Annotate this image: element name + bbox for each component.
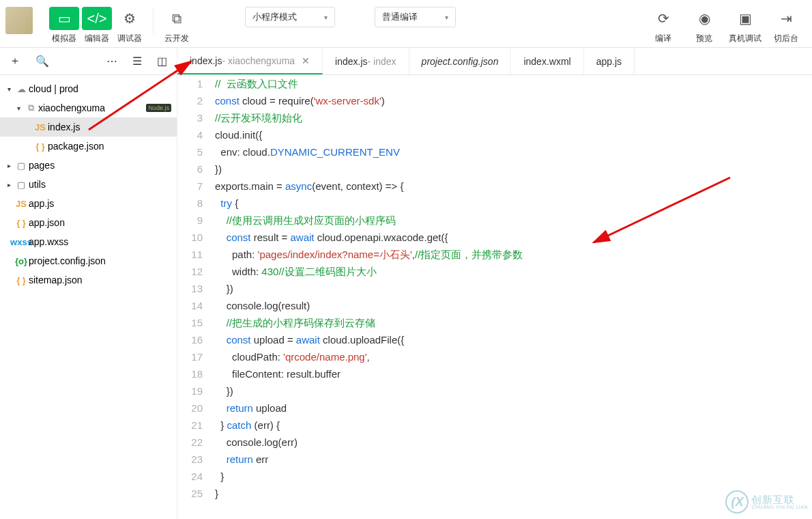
tree-label: sitemap.json xyxy=(29,275,177,285)
line-number: 10 xyxy=(177,229,203,246)
line-number: 13 xyxy=(177,280,203,297)
chevron-right-icon: ▸ xyxy=(4,162,14,169)
code-line[interactable]: } xyxy=(215,468,812,485)
sidebar-toolbar: ＋ 🔍 ⋯ ☰ ◫ xyxy=(0,48,177,74)
code-line[interactable]: //把生成的小程序码保存到云存储 xyxy=(215,314,812,331)
preview-button[interactable]: ◉ xyxy=(689,7,719,30)
line-number: 9 xyxy=(177,212,203,229)
editor-tab[interactable]: project.config.json xyxy=(409,48,512,74)
split-icon[interactable]: ◫ xyxy=(157,55,167,68)
editor-tab[interactable]: index.js - index xyxy=(323,48,409,74)
code-line[interactable]: fileContent: result.buffer xyxy=(215,365,812,382)
refresh-icon: ⟳ xyxy=(658,10,669,27)
line-number: 15 xyxy=(177,314,203,331)
tree-root[interactable]: ▾ ☁ cloud | prod xyxy=(0,79,177,98)
tree-label: utils xyxy=(29,179,177,190)
tree-label: package.json xyxy=(48,141,177,152)
real-device-button[interactable]: ▣ xyxy=(730,7,760,30)
compile-dropdown-value: 普通编译 xyxy=(382,11,418,23)
code-line[interactable]: const cloud = require('wx-server-sdk') xyxy=(215,92,812,109)
config-file-icon: {o} xyxy=(14,256,29,266)
code-line[interactable]: width: 430//设置二维码图片大小 xyxy=(215,263,812,280)
json-file-icon: { } xyxy=(14,275,29,285)
code-line[interactable]: //使用云调用生成对应页面的小程序码 xyxy=(215,212,812,229)
line-number: 6 xyxy=(177,160,203,178)
chevron-down-icon: ▾ xyxy=(4,85,14,93)
tree-file-app-json[interactable]: { } app.json xyxy=(0,213,177,232)
editor-button[interactable]: </> xyxy=(82,7,112,30)
code-line[interactable]: const result = await cloud.openapi.wxaco… xyxy=(215,229,812,246)
code-line[interactable]: //云开发环境初始化 xyxy=(215,109,812,126)
line-number: 18 xyxy=(177,365,203,382)
simulator-button-group: ▭ 模拟器 xyxy=(49,7,79,44)
switch-bg-button[interactable]: ⇥ xyxy=(771,7,801,30)
more-icon[interactable]: ⋯ xyxy=(106,55,117,68)
cloud-dev-button[interactable]: ⧉ xyxy=(162,7,192,30)
code-line[interactable]: cloudPath: 'qrcode/name.png', xyxy=(215,348,812,365)
code-line[interactable]: // 云函数入口文件 xyxy=(215,75,812,92)
simulator-button[interactable]: ▭ xyxy=(49,7,79,30)
code-line[interactable]: } catch (err) { xyxy=(215,417,812,434)
add-icon[interactable]: ＋ xyxy=(10,54,20,68)
editor-tab[interactable]: app.js xyxy=(584,48,635,74)
code-line[interactable]: }) xyxy=(215,280,812,297)
code-line[interactable]: console.log(err) xyxy=(215,434,812,451)
code-line[interactable]: try { xyxy=(215,195,812,212)
settings-icon: ⚙ xyxy=(124,10,136,27)
code-line[interactable]: console.log(result) xyxy=(215,297,812,314)
debugger-button[interactable]: ⚙ xyxy=(115,7,145,30)
debugger-button-group: ⚙ 调试器 xyxy=(115,7,145,44)
code-content[interactable]: // 云函数入口文件const cloud = require('wx-serv… xyxy=(215,75,812,519)
line-number: 16 xyxy=(177,331,203,348)
mode-dropdown-value: 小程序模式 xyxy=(252,11,297,23)
phone-icon: ▭ xyxy=(58,10,71,27)
tree-file-package-json[interactable]: { } package.json xyxy=(0,137,177,156)
code-line[interactable]: } xyxy=(215,485,812,502)
tree-label: app.wxss xyxy=(29,236,177,247)
compile-dropdown[interactable]: 普通编译 ▾ xyxy=(375,7,456,27)
code-editor[interactable]: 1234567891011121314151617181920212223242… xyxy=(177,75,812,519)
wxss-file-icon: wxss xyxy=(14,237,29,247)
editor-tab[interactable]: index.wxml xyxy=(511,48,583,74)
simulator-label: 模拟器 xyxy=(52,33,76,44)
code-line[interactable]: const upload = await cloud.uploadFile({ xyxy=(215,331,812,348)
tree-file-app-wxss[interactable]: wxss app.wxss xyxy=(0,232,177,251)
code-line[interactable]: return err xyxy=(215,451,812,468)
tree-file-index-js[interactable]: JS index.js xyxy=(0,117,177,137)
code-line[interactable]: path: 'pages/index/index?name=小石头',//指定页… xyxy=(215,246,812,263)
json-file-icon: { } xyxy=(33,141,48,152)
tree-file-sitemap-json[interactable]: { } sitemap.json xyxy=(0,270,177,290)
code-line[interactable]: exports.main = async(event, context) => … xyxy=(215,178,812,195)
code-line[interactable]: }) xyxy=(215,160,812,178)
preview-button-group: ◉ 预览 xyxy=(684,7,725,44)
tree-label: index.js xyxy=(48,122,177,132)
close-icon[interactable]: ✕ xyxy=(302,55,310,66)
code-line[interactable]: env: cloud.DYNAMIC_CURRENT_ENV xyxy=(215,143,812,160)
line-number: 11 xyxy=(177,246,203,263)
line-number: 3 xyxy=(177,109,203,126)
tree-folder-pages[interactable]: ▸ ▢ pages xyxy=(0,156,177,175)
line-number: 21 xyxy=(177,417,203,434)
editor-tab[interactable]: index.js - xiaochengxuma✕ xyxy=(177,48,323,74)
tab-name: index.js xyxy=(335,56,367,67)
preview-label: 预览 xyxy=(696,33,712,44)
code-line[interactable]: }) xyxy=(215,382,812,399)
mode-dropdown[interactable]: 小程序模式 ▾ xyxy=(245,7,335,27)
tree-label: app.js xyxy=(29,198,177,209)
tab-subtitle: - xiaochengxuma xyxy=(222,55,295,66)
tree-cloud-fn[interactable]: ▾ ⧉ xiaochengxuma Node.js xyxy=(0,98,177,117)
tree-folder-utils[interactable]: ▸ ▢ utils xyxy=(0,175,177,194)
line-number: 25 xyxy=(177,485,203,502)
watermark: (X 创新互联 CHUANG XIN HU LIAN xyxy=(725,490,808,514)
tab-name: index.js xyxy=(190,55,222,66)
search-icon[interactable]: 🔍 xyxy=(35,55,49,68)
tree-file-project-config[interactable]: {o} project.config.json xyxy=(0,251,177,270)
compile-button[interactable]: ⟳ xyxy=(648,7,678,30)
collapse-icon[interactable]: ☰ xyxy=(132,55,142,68)
chevron-right-icon: ▸ xyxy=(4,181,14,188)
code-line[interactable]: return upload xyxy=(215,399,812,417)
toolbar-right: ⟳ 编译 ◉ 预览 ▣ 真机调试 ⇥ 切后台 xyxy=(643,7,807,44)
cloud-link-icon: ⧉ xyxy=(172,11,182,27)
tree-file-app-js[interactable]: JS app.js xyxy=(0,194,177,213)
code-line[interactable]: cloud.init({ xyxy=(215,126,812,143)
